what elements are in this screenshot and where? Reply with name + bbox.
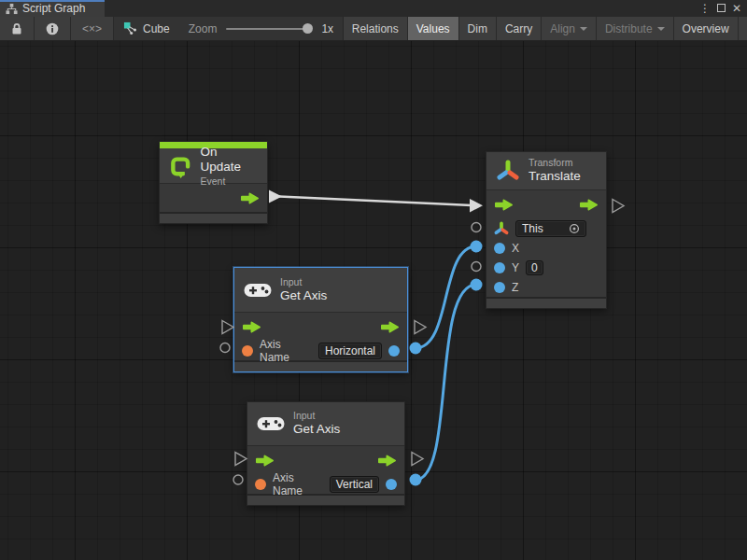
zoom-group: Zoom 1x xyxy=(179,17,343,40)
menu-icon[interactable]: ⋮ xyxy=(699,3,711,14)
node-get-axis-vertical[interactable]: Input Get Axis Axis Name Vertical xyxy=(247,401,405,506)
transform-icon xyxy=(496,159,520,183)
external-port-axisname-v[interactable] xyxy=(233,475,243,484)
transform-icon-small xyxy=(494,221,509,236)
value-output-port[interactable] xyxy=(386,479,397,490)
flow-output-port[interactable] xyxy=(380,321,400,333)
external-port-this[interactable] xyxy=(472,223,481,232)
external-flow-out-getaxis-h[interactable] xyxy=(415,321,426,334)
maximize-icon[interactable] xyxy=(717,3,726,14)
flow-output-port[interactable] xyxy=(240,192,260,204)
edit-source-button[interactable]: <×> xyxy=(71,17,114,40)
align-dropdown[interactable]: Align xyxy=(542,17,597,40)
tab-script-graph[interactable]: Script Graph xyxy=(0,0,105,17)
graph-pointer-group: Cube xyxy=(114,17,179,40)
param-label: Axis Name xyxy=(260,338,312,364)
flow-wire-on-update-to-translate[interactable] xyxy=(269,190,483,213)
zoom-slider[interactable] xyxy=(226,28,312,30)
chevron-down-icon xyxy=(580,27,587,31)
code-icon: <×> xyxy=(82,22,102,35)
node-on-update[interactable]: On Update Event xyxy=(159,141,268,224)
value-wire-horizontal-to-x[interactable] xyxy=(410,241,483,355)
lock-button[interactable] xyxy=(0,17,35,40)
zoom-label: Zoom xyxy=(189,22,218,35)
param-label: Axis Name xyxy=(273,471,323,497)
close-icon[interactable]: ✕ xyxy=(732,3,741,14)
external-flow-out-getaxis-v[interactable] xyxy=(412,453,423,466)
object-picker-icon[interactable] xyxy=(569,223,580,234)
zoom-slider-handle[interactable] xyxy=(303,23,313,34)
external-flow-in-getaxis-v[interactable] xyxy=(235,453,247,466)
port-label-x: X xyxy=(512,242,519,255)
graph-hierarchy-icon xyxy=(6,3,18,15)
value-input-port-y[interactable] xyxy=(494,262,505,273)
relations-button[interactable]: Relations xyxy=(344,17,408,40)
tab-focus-accent xyxy=(0,0,105,2)
node-title: Get Axis xyxy=(280,288,327,303)
value-wire-vertical-to-z[interactable] xyxy=(410,279,483,486)
dim-button[interactable]: Dim xyxy=(459,17,497,40)
lock-icon xyxy=(11,22,22,35)
node-category: Transform xyxy=(529,157,581,169)
gamepad-icon xyxy=(257,414,285,433)
value-input-port-z[interactable] xyxy=(494,282,505,293)
full-screen-button[interactable]: Full Screen xyxy=(739,17,747,40)
external-port-y[interactable] xyxy=(472,262,481,272)
info-icon xyxy=(46,22,59,35)
port-label-y: Y xyxy=(512,261,519,274)
node-title: Get Axis xyxy=(293,422,340,437)
node-title: On Update xyxy=(200,145,258,175)
graph-pointer-icon xyxy=(123,21,137,35)
node-category: Input xyxy=(293,410,340,422)
node-title: Translate xyxy=(529,169,581,184)
node-category: Input xyxy=(280,276,327,288)
values-button[interactable]: Values xyxy=(408,17,459,40)
value-output-port[interactable] xyxy=(388,345,400,357)
target-object-field[interactable]: This xyxy=(515,220,586,237)
flow-input-port[interactable] xyxy=(242,321,261,333)
graph-canvas[interactable]: On Update Event Transf xyxy=(0,41,747,560)
value-input-port-x[interactable] xyxy=(494,243,505,254)
on-update-loop-icon xyxy=(169,154,191,178)
node-footer xyxy=(247,494,404,505)
chevron-down-icon xyxy=(657,27,665,31)
y-value-field[interactable]: 0 xyxy=(526,260,543,275)
flow-input-port[interactable] xyxy=(494,199,514,211)
tab-bar: Script Graph ⋮ ✕ xyxy=(0,0,747,17)
node-subtitle: Event xyxy=(200,175,258,188)
window-controls: ⋮ ✕ xyxy=(699,0,747,17)
info-button[interactable] xyxy=(35,17,71,40)
gamepad-icon xyxy=(244,281,272,300)
string-input-port[interactable] xyxy=(242,345,253,357)
flow-output-port[interactable] xyxy=(377,455,397,467)
flow-output-port[interactable] xyxy=(579,199,599,211)
node-translate[interactable]: Transform Translate This xyxy=(486,151,607,309)
toolbar-right-cluster: Relations Values Dim Carry Align Distrib… xyxy=(343,17,747,40)
axis-name-field[interactable]: Horizontal xyxy=(318,343,382,359)
overview-button[interactable]: Overview xyxy=(674,17,739,40)
node-get-axis-horizontal[interactable]: Input Get Axis Axis Name Horizontal xyxy=(233,267,408,372)
zoom-value: 1x xyxy=(321,22,333,35)
distribute-dropdown[interactable]: Distribute xyxy=(597,17,674,40)
port-label-z: Z xyxy=(512,281,518,294)
flow-input-port[interactable] xyxy=(255,455,275,467)
node-footer xyxy=(160,212,267,223)
carry-button[interactable]: Carry xyxy=(497,17,542,40)
axis-name-field[interactable]: Vertical xyxy=(330,476,379,493)
node-footer xyxy=(486,297,606,308)
graph-target-label: Cube xyxy=(143,22,170,35)
external-port-axisname-h[interactable] xyxy=(220,343,230,353)
external-flow-in-getaxis-h[interactable] xyxy=(222,321,233,334)
graph-toolbar: <×> Cube Zoom 1x Relations Values Dim Ca… xyxy=(0,17,747,41)
tab-title: Script Graph xyxy=(22,2,85,15)
string-input-port[interactable] xyxy=(255,479,266,490)
script-graph-window: Script Graph ⋮ ✕ <×> xyxy=(0,0,747,560)
external-flow-out-translate[interactable] xyxy=(613,200,624,213)
